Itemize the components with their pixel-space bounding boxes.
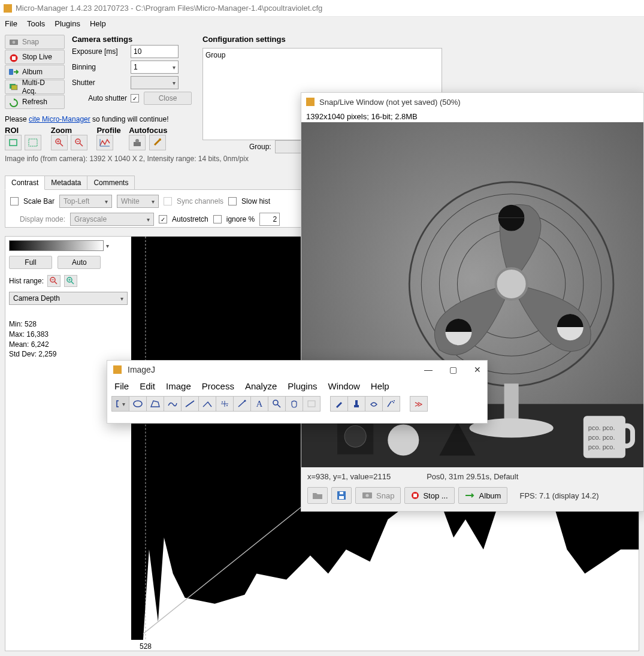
display-mode-select[interactable]: Grayscale xyxy=(70,213,154,226)
maximize-icon[interactable]: ▢ xyxy=(449,365,457,374)
wand-tool-icon[interactable] xyxy=(233,396,251,412)
ignore-input[interactable] xyxy=(259,213,280,226)
ij-menu-file[interactable]: File xyxy=(114,381,129,391)
profile-button[interactable] xyxy=(96,135,113,150)
close-button[interactable]: Close xyxy=(144,92,192,105)
more-tools-icon[interactable]: ≫ xyxy=(410,396,428,412)
scale-bar-color-select[interactable]: White xyxy=(117,195,159,208)
svg-point-61 xyxy=(134,401,142,407)
snap-button-2[interactable]: Snap xyxy=(355,487,401,504)
ij-menu-help[interactable]: Help xyxy=(371,381,389,391)
main-titlebar[interactable]: Micro-Manager 1.4.23 20170723 - C:\Progr… xyxy=(0,0,644,17)
open-folder-button[interactable] xyxy=(307,487,328,504)
brush-tool-icon[interactable] xyxy=(347,396,365,412)
menu-help[interactable]: Help xyxy=(90,19,106,28)
autofocus-heading: Autofocus xyxy=(129,126,167,135)
auto-shutter-checkbox[interactable]: ✓ xyxy=(131,94,139,102)
snap-titlebar[interactable]: Snap/Live Window (not yet saved) (50%) xyxy=(301,93,643,111)
color-picker-tool-icon[interactable] xyxy=(303,396,321,412)
tab-comments[interactable]: Comments xyxy=(87,176,135,190)
ignore-checkbox[interactable] xyxy=(213,215,222,223)
close-icon[interactable]: ✕ xyxy=(474,365,481,374)
zoom-in-button[interactable] xyxy=(51,135,68,150)
cite-link[interactable]: cite Micro-Manager xyxy=(29,115,90,123)
snap-live-window[interactable]: Snap/Live Window (not yet saved) (50%) 1… xyxy=(301,92,644,512)
menu-plugins[interactable]: Plugins xyxy=(55,19,80,28)
tab-contrast[interactable]: Contrast xyxy=(5,176,45,190)
menu-file[interactable]: File xyxy=(5,19,17,28)
histogram-controls: Full Auto Hist range: Camera Depth Min: … xyxy=(5,237,125,363)
hist-widen-button[interactable] xyxy=(64,275,77,287)
menu-tools[interactable]: Tools xyxy=(27,19,45,28)
svg-line-63 xyxy=(186,401,194,407)
svg-point-70 xyxy=(273,400,278,405)
depth-select[interactable]: Camera Depth xyxy=(9,292,128,305)
slow-hist-label: Slow hist xyxy=(241,197,270,205)
binning-select[interactable]: 1 xyxy=(131,61,179,74)
text-tool-icon[interactable]: A xyxy=(250,396,268,412)
auto-button[interactable]: Auto xyxy=(58,256,101,269)
flood-fill-tool-icon[interactable] xyxy=(365,396,383,412)
shutter-label: Shutter xyxy=(72,78,131,87)
svg-rect-73 xyxy=(355,400,358,405)
slow-hist-checkbox[interactable] xyxy=(228,197,237,205)
stop-live-button[interactable]: Stop Live xyxy=(5,50,65,64)
spray-tool-icon[interactable] xyxy=(382,396,400,412)
shutter-select[interactable] xyxy=(131,76,179,89)
ij-menu-edit[interactable]: Edit xyxy=(140,381,155,391)
oval-tool-icon[interactable] xyxy=(129,396,147,412)
main-menubar: File Tools Plugins Help xyxy=(0,17,644,31)
hand-tool-icon[interactable] xyxy=(285,396,303,412)
roi-clear-button[interactable] xyxy=(25,135,41,150)
snap-button[interactable]: Snap xyxy=(5,35,65,49)
magnifier-tool-icon[interactable] xyxy=(268,396,286,412)
main-title: Micro-Manager 1.4.23 20170723 - C:\Progr… xyxy=(16,4,322,13)
svg-rect-54 xyxy=(339,496,344,499)
svg-rect-60 xyxy=(117,401,119,407)
autofocus-button[interactable] xyxy=(129,135,146,150)
imagej-window[interactable]: ImageJ — ▢ ✕ File Edit Image Process Ana… xyxy=(107,360,488,424)
svg-text:pco. pco.: pco. pco. xyxy=(588,424,615,431)
svg-point-50 xyxy=(344,425,366,447)
roi-set-button[interactable] xyxy=(5,135,22,150)
stop-icon xyxy=(9,53,19,61)
ij-menu-plugins[interactable]: Plugins xyxy=(288,381,317,391)
save-button[interactable] xyxy=(331,487,352,504)
refresh-button[interactable]: Refresh xyxy=(5,95,65,109)
stop-button[interactable]: Stop ... xyxy=(404,487,454,504)
stat-std: Std Dev: 2,259 xyxy=(9,349,122,359)
exposure-input[interactable] xyxy=(131,45,179,58)
album-button-2[interactable]: Album xyxy=(458,487,508,504)
imagej-titlebar[interactable]: ImageJ — ▢ ✕ xyxy=(107,361,487,379)
ij-menu-window[interactable]: Window xyxy=(328,381,360,391)
autofocus-settings-button[interactable] xyxy=(149,135,166,150)
minimize-icon[interactable]: — xyxy=(424,365,433,374)
tab-metadata[interactable]: Metadata xyxy=(44,176,87,190)
multi-d-button[interactable]: Multi-D Acq. xyxy=(5,80,65,94)
image-info: Image info (from camera): 1392 X 1040 X … xyxy=(5,155,249,163)
svg-line-71 xyxy=(277,404,280,407)
autostretch-checkbox[interactable]: ✓ xyxy=(159,215,167,223)
hist-narrow-button[interactable] xyxy=(47,275,61,287)
line-tool-icon[interactable] xyxy=(181,396,199,412)
full-button[interactable]: Full xyxy=(9,256,52,269)
point-tool-icon[interactable] xyxy=(216,396,234,412)
ij-menu-image[interactable]: Image xyxy=(166,381,191,391)
pencil-tool-icon[interactable] xyxy=(330,396,348,412)
ij-menu-process[interactable]: Process xyxy=(202,381,234,391)
angle-tool-icon[interactable] xyxy=(198,396,216,412)
scale-bar-checkbox[interactable] xyxy=(10,197,19,205)
album-button[interactable]: Album xyxy=(5,65,65,79)
arrow-right-icon xyxy=(9,68,19,75)
zoom-out-button[interactable] xyxy=(71,135,87,150)
scale-bar-pos-select[interactable]: Top-Left xyxy=(59,195,112,208)
sync-checkbox[interactable] xyxy=(164,197,172,205)
tab-content: Scale Bar Top-Left White Sync channels S… xyxy=(5,189,304,228)
imagej-title-text: ImageJ xyxy=(128,365,155,374)
freehand-tool-icon[interactable] xyxy=(164,396,182,412)
ij-menu-analyze[interactable]: Analyze xyxy=(245,381,277,391)
rect-tool-icon[interactable] xyxy=(111,396,129,412)
lut-gradient-select[interactable] xyxy=(9,240,122,251)
svg-line-10 xyxy=(60,143,63,146)
polygon-tool-icon[interactable] xyxy=(146,396,164,412)
